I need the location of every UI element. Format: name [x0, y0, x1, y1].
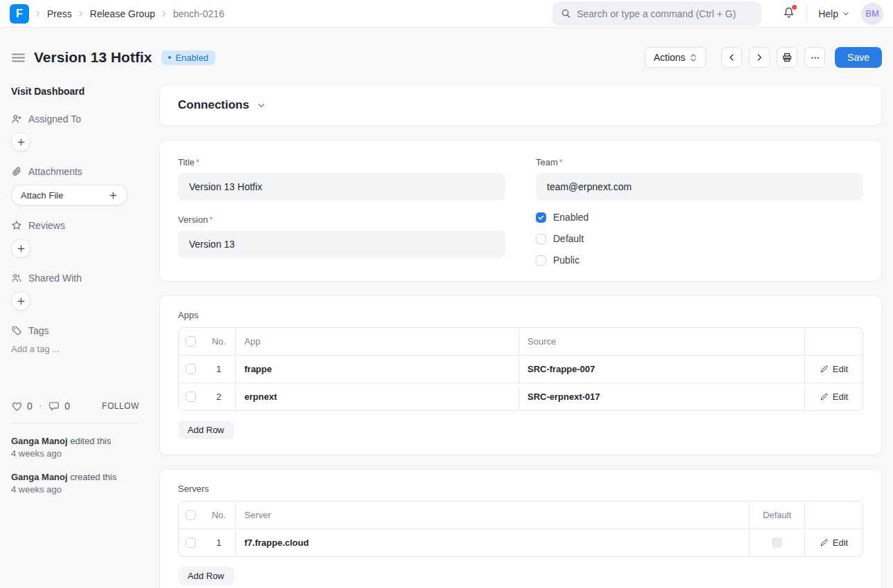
column-header-no: No.	[212, 510, 226, 520]
frappe-logo-icon[interactable]: F	[10, 4, 29, 24]
page: Version 13 Hotfix Enabled Actions	[0, 28, 893, 588]
source-cell[interactable]: SRC-erpnext-017	[527, 392, 600, 402]
paperclip-icon	[11, 166, 22, 177]
page-title: Version 13 Hotfix	[34, 49, 152, 66]
shared-with-section: Shared With	[11, 273, 150, 311]
global-search[interactable]	[552, 1, 761, 26]
team-label: Team*	[536, 157, 863, 167]
apps-table-header: No. App Source	[179, 328, 863, 355]
chevron-right-icon	[76, 9, 86, 19]
assigned-to-label: Assigned To	[28, 113, 81, 125]
header-actions: Actions Save	[644, 47, 882, 68]
select-chevrons-icon	[689, 53, 697, 62]
connections-section[interactable]: Connections	[159, 84, 882, 126]
heart-icon[interactable]	[11, 401, 23, 412]
visit-dashboard-link[interactable]: Visit Dashboard	[11, 86, 150, 97]
default-cell-checkbox[interactable]	[772, 538, 782, 548]
column-header-no: No.	[212, 336, 226, 347]
version-input[interactable]	[178, 230, 505, 258]
print-button[interactable]	[777, 47, 797, 68]
breadcrumb-press[interactable]: Press	[47, 8, 72, 19]
table-row: 2 erpnext SRC-erpnext-017 Edit	[179, 383, 863, 410]
dot-separator: ·	[39, 400, 42, 412]
public-checkbox[interactable]: Public	[536, 255, 863, 266]
notification-dot	[792, 5, 797, 10]
shared-with-label: Shared With	[28, 273, 82, 284]
default-checkbox[interactable]: Default	[536, 233, 863, 244]
column-header-source: Source	[527, 336, 556, 347]
star-icon	[11, 220, 22, 231]
activity-entry: Ganga Manoj created this 4 weeks ago	[11, 471, 139, 496]
edit-row-button[interactable]: Edit	[820, 364, 848, 374]
required-asterisk: *	[209, 214, 213, 225]
checkbox-unchecked-icon	[536, 255, 546, 266]
user-plus-icon	[11, 113, 22, 125]
checkbox-checked-icon	[536, 212, 546, 223]
actions-button[interactable]: Actions	[644, 47, 706, 68]
help-menu[interactable]: Help	[818, 8, 850, 19]
table-row: 1 f7.frappe.cloud Edit	[179, 529, 863, 556]
assigned-to-section: Assigned To	[11, 113, 150, 151]
title-field: Title*	[178, 157, 505, 201]
more-button[interactable]	[804, 47, 825, 68]
save-button[interactable]: Save	[835, 47, 882, 68]
select-all-checkbox[interactable]	[186, 336, 196, 347]
add-review-button[interactable]	[11, 239, 30, 258]
breadcrumb-release-group[interactable]: Release Group	[90, 8, 155, 19]
enabled-checkbox[interactable]: Enabled	[536, 212, 863, 223]
add-row-button[interactable]: Add Row	[178, 567, 234, 585]
notifications-button[interactable]	[782, 6, 795, 21]
add-tag-input[interactable]: Add a tag ...	[11, 344, 150, 354]
activity-action: created this	[70, 472, 116, 482]
attachments-section: Attachments Attach File	[11, 166, 150, 205]
default-checkbox-label: Default	[553, 233, 584, 244]
likes-count: 0	[27, 401, 33, 412]
servers-table-header: No. Server Default	[179, 502, 863, 529]
team-input[interactable]	[536, 173, 863, 201]
plus-icon	[17, 297, 26, 306]
title-label: Title*	[178, 157, 505, 167]
attach-file-button[interactable]: Attach File	[11, 185, 127, 205]
row-checkbox[interactable]	[186, 538, 196, 548]
row-checkbox[interactable]	[186, 364, 196, 374]
row-number: 1	[216, 538, 221, 548]
plus-icon	[17, 244, 26, 253]
status-badge-label: Enabled	[175, 53, 208, 63]
tags-label: Tags	[28, 325, 49, 336]
follow-button[interactable]: FOLLOW	[102, 401, 139, 411]
app-name-cell[interactable]: frappe	[244, 364, 272, 374]
next-button[interactable]	[749, 47, 770, 68]
edit-row-button[interactable]: Edit	[820, 392, 848, 402]
status-dot-icon	[168, 56, 171, 59]
attachments-label: Attachments	[28, 166, 82, 177]
apps-section: Apps No. App Source 1 frappe SRC-frappe-…	[159, 295, 882, 455]
search-input[interactable]	[577, 8, 753, 19]
chevron-left-icon	[727, 53, 737, 62]
main-content: Connections Title* Version*	[159, 84, 882, 588]
row-checkbox[interactable]	[186, 392, 196, 402]
edit-row-button[interactable]: Edit	[820, 538, 848, 548]
required-asterisk: *	[196, 157, 199, 167]
social-row: 0 · 0 FOLLOW	[11, 400, 139, 412]
actions-label: Actions	[653, 52, 685, 63]
add-row-button[interactable]: Add Row	[178, 421, 234, 439]
users-icon	[11, 273, 22, 284]
menu-icon[interactable]	[11, 52, 26, 64]
activity-user: Ganga Manoj	[11, 472, 68, 482]
user-avatar[interactable]: BM	[861, 3, 883, 25]
add-share-button[interactable]	[11, 291, 30, 311]
server-name-cell[interactable]: f7.frappe.cloud	[244, 538, 309, 548]
breadcrumb-current: bench-0216	[173, 8, 224, 19]
pencil-icon	[820, 392, 829, 401]
status-badge: Enabled	[161, 50, 215, 65]
comment-icon[interactable]	[48, 401, 60, 412]
select-all-checkbox[interactable]	[186, 510, 196, 520]
source-cell[interactable]: SRC-frappe-007	[527, 364, 595, 374]
add-assignment-button[interactable]	[11, 132, 30, 151]
column-header-server: Server	[244, 510, 271, 520]
chevron-right-icon	[755, 53, 764, 62]
prev-button[interactable]	[721, 47, 742, 68]
title-input[interactable]	[178, 173, 505, 201]
app-name-cell[interactable]: erpnext	[244, 392, 277, 402]
public-checkbox-label: Public	[553, 255, 579, 266]
